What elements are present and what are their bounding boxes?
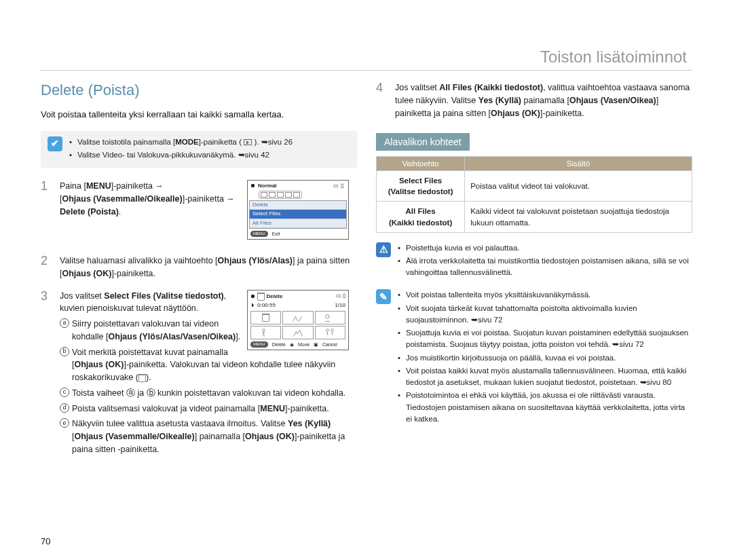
substep-e-icon: e	[60, 418, 69, 428]
warning-block: ⚠ Poistettuja kuvia ei voi palauttaa. Äl…	[376, 242, 692, 280]
trash-icon	[138, 374, 146, 382]
table-row: Select Files(Valitse tiedostot) Poistaa …	[377, 171, 692, 202]
substep-d-icon: d	[60, 403, 69, 413]
warning-icon: ⚠	[376, 242, 391, 257]
step-body: ⏺ Normal ▭ ▯ Delete Select	[60, 180, 349, 245]
step-body: ⏺ Delete ▭ ▯ ⏵ 0:00:551/10	[60, 290, 349, 456]
note-block: ✎ Voit poistaa tallenteita myös yksittäi…	[376, 289, 692, 426]
subsection-label: Alavalikon kohteet	[376, 133, 470, 151]
step-number: 4	[376, 81, 387, 119]
note-line: Voit suojata tärkeät kuvat tahattomalta …	[398, 303, 692, 326]
note-line: Jos muistikortin kirjoitussuoja on pääll…	[398, 352, 692, 364]
sd-icon: ▭ ▯	[336, 293, 345, 299]
substep-b-icon: b	[60, 347, 69, 356]
sd-icon: ▭	[333, 183, 339, 189]
table-header: Vaihtoehto	[377, 157, 465, 171]
page-number: 70	[41, 536, 50, 546]
step-number: 2	[41, 255, 52, 280]
note-line: Suojattuja kuvia ei voi poistaa. Suojatu…	[398, 327, 692, 351]
menu-item-select-files: Select Files	[250, 210, 346, 219]
step-number: 1	[41, 180, 52, 245]
note-line: Voit poistaa tallenteita myös yksittäisk…	[398, 289, 692, 301]
table-header: Sisältö	[465, 157, 692, 171]
substep-c-icon: c	[60, 388, 69, 397]
step-number: 3	[41, 290, 52, 456]
info-icon: ✎	[376, 289, 391, 304]
warn-line: Poistettuja kuvia ei voi palauttaa.	[398, 242, 692, 254]
chapter-title: Toiston lisätoiminnot	[540, 48, 687, 67]
check-icon: ✔	[48, 136, 62, 151]
playback-mode-icon	[244, 139, 252, 145]
note-line: Voit poistaa kaikki kuvat myös alustamal…	[398, 365, 692, 389]
tip-box: ✔ Valitse toistotila painamalla [MODE]-p…	[41, 131, 357, 168]
trash-icon	[257, 293, 265, 301]
menu-item-all-files: All Files	[250, 219, 346, 228]
warn-line: Älä irrota verkkolaitetta tai muistikort…	[398, 255, 692, 279]
section-heading: Delete (Poista)	[41, 81, 357, 99]
thumb-view-icon	[261, 192, 267, 198]
intro-text: Voit poistaa tallenteita yksi kerrallaan…	[41, 109, 357, 122]
rec-icon: ⏺	[250, 183, 256, 189]
lcd-screenshot-menu: ⏺ Normal ▭ ▯ Delete Select	[247, 180, 349, 240]
options-table: Vaihtoehto Sisältö Select Files(Valitse …	[376, 156, 692, 232]
tip-line: Valitse Video- tai Valokuva-pikkukuvanäk…	[69, 149, 293, 161]
step-body: Jos valitset All Files (Kaikki tiedostot…	[395, 81, 692, 119]
step-body: Valitse haluamasi alivalikko ja vaihtoeh…	[60, 255, 357, 280]
battery-icon: ▯	[341, 183, 343, 189]
menu-item-delete: Delete	[250, 201, 346, 210]
menu-pill: MENU	[250, 231, 268, 237]
substep-a-icon: a	[60, 318, 69, 328]
tip-line: Valitse toistotila painamalla [MODE]-pai…	[69, 136, 293, 148]
note-line: Poistotoimintoa ei ehkä voi käyttää, jos…	[398, 390, 692, 425]
header-divider	[41, 70, 692, 71]
table-row: All Files(Kaikki tiedostot) Kaikki video…	[377, 202, 692, 232]
